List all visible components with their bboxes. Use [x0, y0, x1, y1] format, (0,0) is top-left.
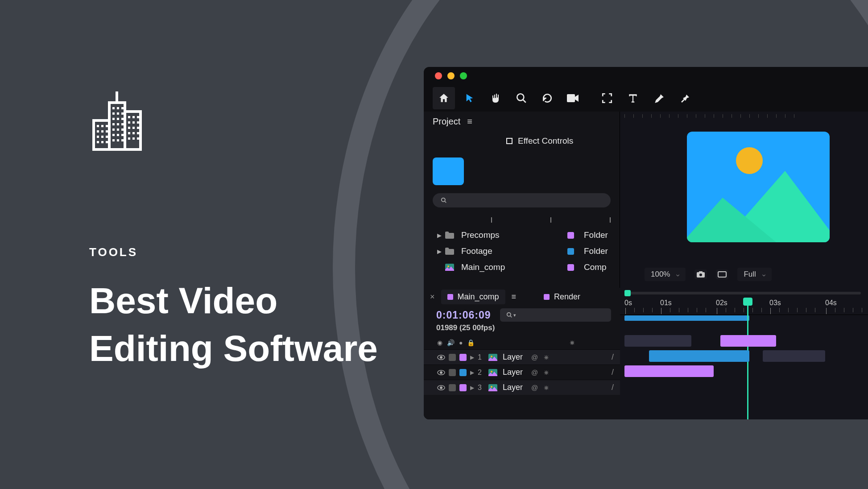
text-tool[interactable]	[622, 87, 644, 109]
pen-tool[interactable]	[648, 87, 670, 109]
region-tool[interactable]	[596, 87, 618, 109]
panel-menu-icon[interactable]: ≡	[467, 116, 472, 127]
svg-rect-39	[137, 116, 139, 118]
layer-name: Layer	[503, 383, 528, 392]
svg-line-57	[445, 201, 446, 203]
snapshot-button[interactable]	[694, 269, 707, 279]
at-icon[interactable]: @	[531, 369, 538, 376]
svg-rect-63	[718, 272, 726, 277]
project-search[interactable]	[433, 193, 611, 207]
clip[interactable]	[649, 350, 749, 362]
timeline-scrubber[interactable]	[620, 290, 868, 297]
clip[interactable]	[624, 335, 691, 347]
svg-rect-7	[97, 130, 99, 133]
composition-thumbnail[interactable]	[433, 157, 464, 185]
label-swatch[interactable]	[449, 354, 456, 361]
switch-icon[interactable]: /	[612, 352, 614, 362]
aspect-button[interactable]	[716, 269, 728, 279]
quality-dropdown[interactable]: Full ⌵	[737, 268, 771, 281]
preview-viewport[interactable]	[687, 132, 830, 242]
svg-rect-22	[112, 118, 115, 120]
expand-caret-icon[interactable]: ▶	[437, 248, 442, 255]
eye-icon[interactable]: ◉	[437, 339, 442, 346]
work-area-bar[interactable]	[624, 315, 749, 321]
svg-rect-8	[101, 130, 103, 133]
site-logo	[89, 87, 147, 152]
svg-rect-1	[109, 103, 125, 149]
minimize-traffic-light[interactable]	[447, 72, 455, 79]
blend-icon[interactable]: ⛯	[543, 369, 550, 376]
expand-caret-icon[interactable]: ▶	[470, 369, 474, 376]
camera-tool[interactable]	[562, 87, 584, 109]
svg-rect-26	[117, 123, 119, 125]
speaker-icon[interactable]: 🔊	[447, 339, 455, 346]
close-comp-icon[interactable]: ×	[430, 292, 435, 302]
clip[interactable]	[720, 335, 776, 347]
zoom-tool[interactable]	[510, 87, 533, 109]
layer-row[interactable]: ▶3Layer@⛯/	[424, 380, 620, 395]
solo-icon[interactable]: ●	[459, 339, 463, 346]
project-tab[interactable]: Project	[433, 116, 460, 127]
layer-row[interactable]: ▶2Layer@⛯/	[424, 365, 620, 380]
label-swatch[interactable]	[567, 264, 574, 271]
hand-tool[interactable]	[484, 87, 507, 109]
zoom-dropdown[interactable]: 100% ⌵	[645, 268, 686, 281]
svg-rect-0	[94, 120, 109, 149]
selection-tool[interactable]	[459, 87, 481, 109]
comp-tab[interactable]: Main_comp	[441, 290, 505, 304]
asset-name: Main_comp	[461, 262, 567, 272]
color-swatch[interactable]	[459, 384, 467, 391]
asset-row[interactable]: Main_compComp	[437, 259, 611, 275]
blend-icon[interactable]: ⛯	[543, 354, 550, 361]
layer-row[interactable]: ▶1Layer@⛯/	[424, 349, 620, 365]
switch-icon[interactable]: /	[612, 383, 614, 392]
rotate-tool[interactable]	[536, 87, 558, 109]
eye-toggle[interactable]	[437, 355, 445, 360]
panel-menu-icon[interactable]: ≡	[512, 292, 517, 302]
lock-icon[interactable]: 🔒	[467, 339, 475, 346]
expand-caret-icon[interactable]: ▶	[470, 354, 474, 361]
at-icon[interactable]: @	[531, 353, 538, 361]
clip[interactable]	[624, 365, 714, 377]
timeline-search[interactable]: ▾	[500, 308, 611, 322]
at-icon[interactable]: @	[531, 384, 538, 391]
color-swatch[interactable]	[459, 354, 467, 361]
blend-icon[interactable]: ⛯	[569, 339, 575, 346]
svg-rect-13	[97, 141, 99, 143]
time-label: 04s	[825, 299, 837, 307]
timecode[interactable]: 0:01:06:09	[436, 309, 491, 321]
pin-tool[interactable]	[674, 87, 696, 109]
asset-type: Folder	[584, 246, 611, 256]
timeline-tracks[interactable]: 0s01s02s03s04s	[620, 288, 868, 419]
page-title: Best Video Editing Software	[89, 277, 378, 372]
home-tool[interactable]	[433, 87, 455, 109]
folder-icon	[445, 248, 455, 255]
maximize-traffic-light[interactable]	[460, 72, 467, 79]
blend-icon[interactable]: ⛯	[543, 384, 550, 391]
color-swatch[interactable]	[459, 369, 467, 376]
render-tab[interactable]: Render	[537, 290, 587, 304]
label-swatch[interactable]	[449, 369, 456, 376]
project-panel: Project ≡ Effect Controls ▶PrecompsFold	[424, 112, 620, 288]
label-swatch[interactable]	[567, 248, 574, 255]
comp-icon	[488, 384, 497, 391]
label-swatch[interactable]	[567, 232, 574, 239]
eye-toggle[interactable]	[437, 385, 445, 390]
hill-shape	[687, 198, 776, 242]
svg-rect-50	[132, 137, 135, 140]
effect-controls-tab[interactable]: Effect Controls	[493, 131, 573, 151]
expand-caret-icon[interactable]: ▶	[470, 385, 474, 391]
clip[interactable]	[763, 350, 825, 362]
close-traffic-light[interactable]	[435, 72, 442, 79]
switch-icon[interactable]: /	[612, 368, 614, 377]
asset-row[interactable]: ▶PrecompsFolder	[437, 227, 611, 243]
eye-toggle[interactable]	[437, 370, 445, 375]
svg-line-65	[510, 316, 512, 318]
scrub-handle[interactable]	[624, 290, 631, 296]
expand-caret-icon[interactable]: ▶	[437, 232, 442, 239]
asset-name: Precomps	[461, 230, 567, 240]
asset-row[interactable]: ▶FootageFolder	[437, 243, 611, 259]
label-swatch[interactable]	[449, 384, 456, 391]
time-label: 02s	[716, 299, 727, 307]
svg-rect-37	[128, 116, 130, 118]
